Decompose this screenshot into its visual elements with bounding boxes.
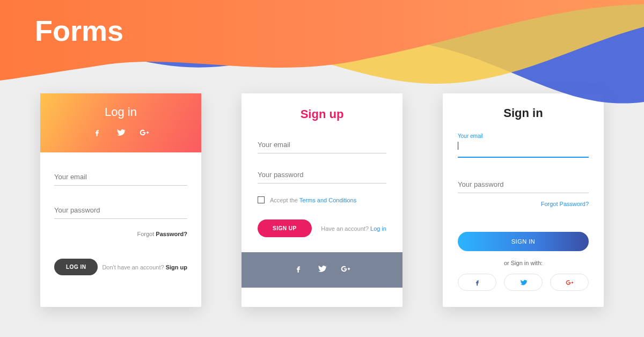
email-field [54,169,187,186]
signup-footer [241,252,402,288]
login-link[interactable]: Log in [370,225,386,232]
password-field [258,166,386,184]
signin-card: Sign in Your email Forgot Password? SIGN… [443,93,604,307]
login-title: Log in [40,105,201,119]
login-card: Log in Forgot Password? LOG IN Don't hav… [40,93,201,307]
terms-label: Accept the Terms and Conditions [270,197,356,203]
signup-prompt: Don't have an account? Sign up [102,264,187,270]
signup-card: Sign up Accept the Terms and Conditions … [241,93,402,307]
login-header: Log in [40,93,201,152]
google-plus-icon[interactable] [341,264,350,276]
email-label: Your email [458,133,589,139]
twitter-button[interactable] [504,274,543,291]
signup-button[interactable]: SIGN UP [258,219,312,237]
google-plus-icon[interactable] [140,128,149,140]
password-input[interactable] [458,176,589,193]
email-input[interactable] [258,136,386,153]
facebook-button[interactable] [458,274,496,291]
login-button[interactable]: LOG IN [54,259,98,275]
signup-title: Sign up [258,107,386,121]
facebook-icon[interactable] [294,264,303,276]
page-title: Forms [35,14,123,47]
twitter-icon[interactable] [317,264,327,276]
password-input[interactable] [54,202,187,219]
password-field [54,202,187,219]
signup-link[interactable]: Sign up [166,264,187,270]
password-field [458,176,589,193]
login-prompt: Have an account? Log in [321,225,386,232]
google-plus-button[interactable] [550,274,589,291]
email-input[interactable] [54,169,187,186]
facebook-icon[interactable] [92,128,102,140]
or-signin-with-label: or Sign in with: [458,260,589,266]
signin-button[interactable]: SIGN IN [458,232,589,251]
email-input[interactable] [458,140,589,158]
text-cursor [458,142,458,150]
twitter-icon[interactable] [116,128,126,140]
forgot-password-link[interactable]: Forgot Password? [458,201,589,207]
terms-link[interactable]: Terms and Conditions [299,197,356,203]
email-field: Your email [458,133,589,158]
terms-checkbox[interactable] [258,196,265,203]
email-field [258,136,386,153]
forgot-password-link[interactable]: Forgot Password? [54,231,187,237]
signin-title: Sign in [458,106,589,120]
password-input[interactable] [258,166,386,184]
